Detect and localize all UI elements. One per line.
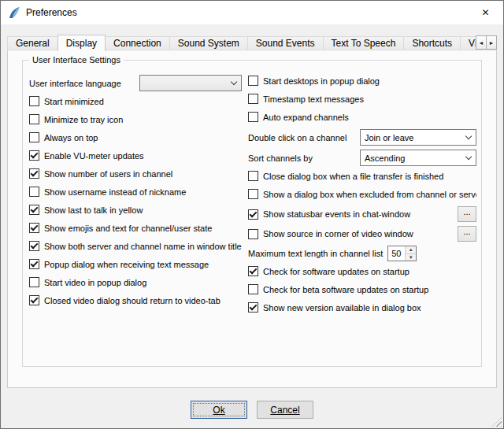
checkbox-label: Popup dialog when receiving text message (44, 260, 209, 269)
ok-button[interactable]: Ok (191, 401, 247, 419)
scroll-left-icon: ◄ (479, 40, 484, 46)
checkbox-box[interactable] (248, 94, 258, 104)
checkbox-box[interactable] (29, 241, 39, 251)
checkbox-label: Show statusbar events in chat-window (263, 209, 410, 219)
checkbox-label: Start video in popup dialog (44, 278, 146, 287)
checkbox-timestamp-messages[interactable]: Timestamp text messages (248, 93, 476, 105)
double-click-select[interactable]: Join or leave (360, 129, 476, 146)
group-title: User Interface Settings (29, 55, 124, 65)
spinner-buttons: ▲ ▼ (405, 246, 416, 261)
tab-scroll-right-button[interactable]: ► (486, 35, 497, 50)
tab-connection[interactable]: Connection (105, 36, 170, 50)
checkbox-box[interactable] (248, 266, 258, 276)
checkbox-show-username-instead[interactable]: Show username instead of nickname (29, 186, 242, 198)
checkbox-box[interactable] (248, 302, 258, 313)
checkbox-box[interactable] (29, 259, 39, 269)
checkbox-vu-meter-updates[interactable]: Enable VU-meter updates (29, 150, 242, 161)
checkbox-new-version-dialog[interactable]: Show new version available in dialog box (248, 301, 476, 313)
double-click-row: Double click on a channel Join or leave (248, 129, 476, 146)
max-text-spinner[interactable]: 50 ▲ ▼ (387, 246, 417, 261)
left-column: User interface language Start minimized … (29, 75, 242, 320)
checkbox-start-minimized[interactable]: Start minimized (29, 95, 242, 107)
checkbox-box[interactable] (29, 96, 39, 106)
close-button[interactable]: ✕ (468, 1, 503, 24)
display-tab-page: User Interface Settings User interface l… (7, 50, 497, 388)
checkbox-excluded-dialog[interactable]: Show a dialog box when excluded from cha… (248, 188, 476, 200)
checkbox-label: Check for software updates on startup (263, 267, 410, 276)
checkbox-box[interactable] (248, 209, 258, 220)
checkbox-video-source-corner[interactable]: Show source in corner of video window ..… (248, 226, 476, 242)
checkbox-statusbar-events[interactable]: Show statusbar events in chat-window ... (248, 206, 476, 222)
checkbox-label: Enable VU-meter updates (44, 151, 144, 161)
checkbox-box[interactable] (29, 205, 39, 215)
checkbox-box[interactable] (248, 76, 258, 86)
checkbox-label: Minimize to tray icon (44, 115, 123, 124)
checkbox-label: Show emojis and text for channel/user st… (44, 224, 212, 233)
tab-text-to-speech[interactable]: Text To Speech (323, 36, 405, 50)
checkbox-beta-updates[interactable]: Check for beta software updates on start… (248, 283, 476, 295)
checkbox-box[interactable] (248, 171, 258, 181)
checkbox-show-user-count[interactable]: Show number of users in channel (29, 168, 242, 179)
checkbox-box[interactable] (29, 168, 39, 179)
checkbox-box[interactable] (29, 114, 39, 124)
checkbox-box[interactable] (248, 284, 258, 294)
app-icon[interactable] (8, 6, 20, 19)
chevron-down-icon (227, 76, 241, 91)
right-column: Start desktops in popup dialog Timestamp… (248, 75, 476, 320)
checkbox-label: Show number of users in channel (44, 169, 172, 179)
sort-channels-value: Ascending (361, 153, 461, 163)
checkbox-last-talk-yellow[interactable]: Show last to talk in yellow (29, 204, 242, 216)
video-source-more-button[interactable]: ... (458, 226, 476, 242)
checkbox-box[interactable] (29, 223, 39, 233)
titlebar[interactable]: Preferences ✕ (1, 1, 503, 24)
spin-down-button[interactable]: ▼ (406, 253, 416, 261)
checkbox-auto-expand-channels[interactable]: Auto expand channels (248, 111, 476, 123)
checkbox-box[interactable] (29, 277, 39, 287)
spin-up-button[interactable]: ▲ (406, 246, 416, 253)
checkbox-always-on-top[interactable]: Always on top (29, 131, 242, 143)
language-select[interactable] (139, 75, 242, 91)
checkbox-box[interactable] (29, 150, 39, 161)
tab-sound-system[interactable]: Sound System (169, 36, 248, 50)
tab-label: Connection (113, 38, 161, 49)
cancel-button[interactable]: Cancel (257, 401, 313, 419)
cancel-button-label: Cancel (270, 405, 299, 416)
checkbox-minimize-to-tray[interactable]: Minimize to tray icon (29, 113, 242, 125)
tab-display[interactable]: Display (57, 35, 106, 51)
statusbar-more-button[interactable]: ... (458, 206, 476, 222)
tab-sound-events[interactable]: Sound Events (247, 36, 324, 50)
tab-scroll-left-button[interactable]: ◄ (476, 35, 487, 50)
max-text-row: Maximum text length in channel list 50 ▲… (248, 246, 476, 261)
tab-label: Sound System (178, 38, 239, 49)
checkbox-emojis-text-state[interactable]: Show emojis and text for channel/user st… (29, 222, 242, 234)
checkbox-box[interactable] (29, 295, 39, 305)
checkbox-box[interactable] (248, 229, 258, 239)
tab-shortcuts[interactable]: Shortcuts (403, 36, 461, 50)
checkbox-desktops-popup[interactable]: Start desktops in popup dialog (248, 75, 476, 87)
checkbox-video-return-tab[interactable]: Closed video dialog should return to vid… (29, 294, 242, 306)
checkbox-box[interactable] (29, 132, 39, 142)
tab-label: Sound Events (256, 38, 315, 49)
chevron-down-icon (461, 130, 476, 145)
checkbox-label: Check for beta software updates on start… (263, 285, 428, 294)
language-label: User interface language (29, 79, 121, 88)
sort-channels-select[interactable]: Ascending (360, 150, 476, 166)
checkbox-popup-text-message[interactable]: Popup dialog when receiving text message (29, 258, 242, 270)
checkbox-start-video-popup[interactable]: Start video in popup dialog (29, 276, 242, 288)
tab-general[interactable]: General (7, 36, 58, 50)
checkbox-label: Start desktops in popup dialog (263, 76, 380, 86)
checkbox-label: Show both server and channel name in win… (44, 242, 242, 251)
double-click-label: Double click on a channel (248, 133, 346, 142)
checkbox-filetransfer-close[interactable]: Close dialog box when a file transfer is… (248, 170, 476, 182)
checkbox-software-updates[interactable]: Check for software updates on startup (248, 265, 476, 277)
max-text-value: 50 (388, 246, 405, 261)
checkbox-box[interactable] (29, 187, 39, 197)
max-text-label: Maximum text length in channel list (248, 249, 383, 258)
sort-channels-row: Sort channels by Ascending (248, 150, 476, 166)
checkbox-window-title-names[interactable]: Show both server and channel name in win… (29, 240, 242, 252)
spin-up-icon: ▲ (409, 247, 413, 252)
checkbox-box[interactable] (248, 189, 258, 199)
footer: Ok Cancel (1, 401, 503, 419)
checkbox-box[interactable] (248, 112, 258, 122)
tab-label: Text To Speech (332, 38, 396, 49)
